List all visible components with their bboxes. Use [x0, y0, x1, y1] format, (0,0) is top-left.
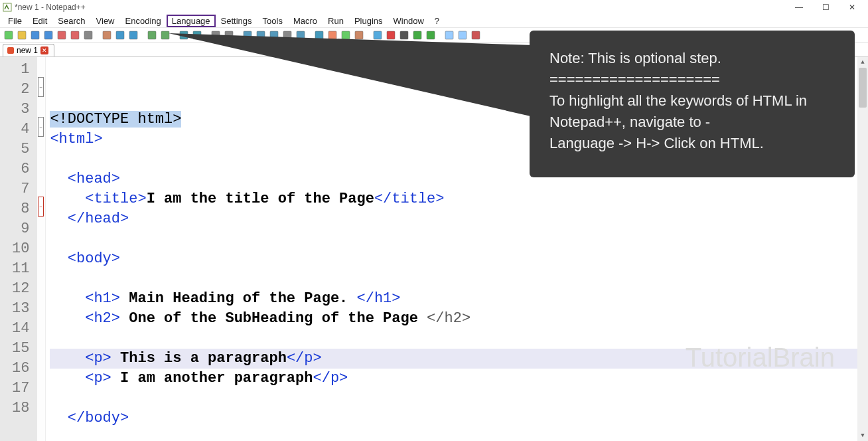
open-file-icon[interactable] [16, 29, 28, 41]
sync-h-icon[interactable] [255, 29, 267, 41]
svg-rect-30 [427, 31, 435, 39]
callout-line: To highlight all the keywords of HTML in… [549, 90, 835, 133]
play-icon[interactable] [411, 29, 423, 41]
minimize-button[interactable]: — [786, 3, 812, 12]
line-number: 9 [12, 219, 29, 239]
menu-language[interactable]: Language [167, 15, 216, 27]
code-line[interactable]: <p> I am another paragraph</p> [50, 369, 864, 389]
menu-help[interactable]: ? [429, 15, 445, 27]
menu-settings[interactable]: Settings [216, 15, 257, 27]
svg-rect-15 [212, 31, 220, 39]
close-all-icon[interactable] [69, 29, 81, 41]
fold-marker-icon[interactable]: − [38, 117, 44, 137]
svg-rect-1 [5, 31, 13, 39]
toggle-1-icon[interactable] [443, 29, 455, 41]
undo-icon[interactable] [146, 29, 158, 41]
maximize-button[interactable]: ☐ [812, 3, 839, 12]
line-number: 14 [12, 319, 29, 339]
code-line[interactable] [50, 389, 864, 408]
menu-file[interactable]: File [3, 15, 27, 27]
new-file-icon[interactable] [3, 29, 15, 41]
menu-edit[interactable]: Edit [27, 15, 52, 27]
svg-rect-33 [472, 31, 480, 39]
scroll-up-icon[interactable]: ▲ [857, 57, 868, 68]
code-line[interactable]: <body> [50, 249, 864, 269]
close-window-button[interactable]: ✕ [839, 3, 865, 12]
tab-close-icon[interactable]: ✕ [40, 46, 48, 54]
record-icon[interactable] [385, 29, 397, 41]
fold-marker-icon[interactable]: − [38, 77, 44, 97]
document-tab[interactable]: new 1 ✕ [3, 44, 54, 56]
doc-map-icon[interactable] [326, 29, 338, 41]
fold-column: −−− [36, 57, 46, 441]
copy-icon[interactable] [114, 29, 126, 41]
play-multi-icon[interactable] [425, 29, 437, 41]
close-icon[interactable] [56, 29, 68, 41]
menu-encoding[interactable]: Encoding [120, 15, 167, 27]
menu-search[interactable]: Search [52, 15, 90, 27]
svg-rect-31 [445, 31, 453, 39]
fold-marker-icon[interactable]: − [38, 197, 44, 217]
line-number: 18 [12, 398, 29, 418]
modified-indicator-icon [7, 47, 14, 54]
zoom-out-icon[interactable] [223, 29, 235, 41]
menu-window[interactable]: Window [388, 15, 429, 27]
menubar: FileEditSearchViewEncodingLanguageSettin… [0, 15, 868, 28]
func-list-icon[interactable] [340, 29, 352, 41]
save-icon[interactable] [29, 29, 41, 41]
invisible-icon[interactable] [281, 29, 293, 41]
scroll-down-icon[interactable]: ▼ [857, 430, 868, 441]
code-line[interactable]: <h1> Main Heading of the Page. </h1> [50, 289, 864, 309]
redo-icon[interactable] [159, 29, 171, 41]
find-icon[interactable] [178, 29, 190, 41]
folder-icon[interactable] [353, 29, 365, 41]
svg-rect-21 [297, 31, 305, 39]
menu-macro[interactable]: Macro [288, 15, 323, 27]
svg-rect-25 [355, 31, 363, 39]
replace-icon[interactable] [191, 29, 203, 41]
line-number: 15 [12, 339, 29, 359]
code-line[interactable] [50, 229, 864, 249]
cut-icon[interactable] [101, 29, 113, 41]
code-line[interactable] [50, 329, 864, 349]
code-line[interactable]: </head> [50, 209, 864, 229]
save-all-icon[interactable] [42, 29, 54, 41]
monitor-icon[interactable] [372, 29, 384, 41]
wrap-icon[interactable] [268, 29, 280, 41]
scroll-thumb[interactable] [859, 68, 867, 108]
line-number: 12 [12, 279, 29, 299]
titlebar: *new 1 - Notepad++ — ☐ ✕ [0, 0, 868, 15]
paste-icon[interactable] [127, 29, 139, 41]
code-line[interactable]: <h2> One of the SubHeading of the Page <… [50, 309, 864, 329]
abc-spell-icon[interactable] [470, 29, 482, 41]
svg-rect-7 [84, 31, 92, 39]
indent-guide-icon[interactable] [295, 29, 307, 41]
svg-rect-19 [270, 31, 278, 39]
vertical-scrollbar[interactable]: ▲ ▼ [857, 57, 868, 441]
menu-view[interactable]: View [91, 15, 120, 27]
annotation-callout: Note: This is optional step. ===========… [530, 31, 855, 177]
svg-rect-22 [315, 31, 323, 39]
code-line[interactable] [50, 428, 864, 441]
svg-rect-4 [44, 31, 52, 39]
print-icon[interactable] [82, 29, 94, 41]
sync-v-icon[interactable] [242, 29, 253, 41]
zoom-in-icon[interactable] [210, 29, 222, 41]
lang-panel-icon[interactable] [313, 29, 325, 41]
code-line[interactable]: </body> [50, 408, 864, 428]
menu-run[interactable]: Run [323, 15, 349, 27]
svg-rect-27 [387, 31, 395, 39]
line-number: 2 [12, 80, 29, 100]
menu-plugins[interactable]: Plugins [349, 15, 388, 27]
stop-icon[interactable] [398, 29, 410, 41]
svg-rect-16 [225, 31, 233, 39]
tab-label: new 1 [17, 46, 38, 55]
svg-rect-32 [459, 31, 467, 39]
menu-tools[interactable]: Tools [257, 15, 288, 27]
svg-rect-13 [180, 31, 188, 39]
code-line[interactable]: <title>I am the title of the Page</title… [50, 189, 864, 209]
code-line[interactable]: <p> This is a paragraph</p> [50, 349, 864, 369]
code-line[interactable] [50, 269, 864, 289]
app-icon [3, 3, 12, 12]
toggle-2-icon[interactable] [457, 29, 469, 41]
